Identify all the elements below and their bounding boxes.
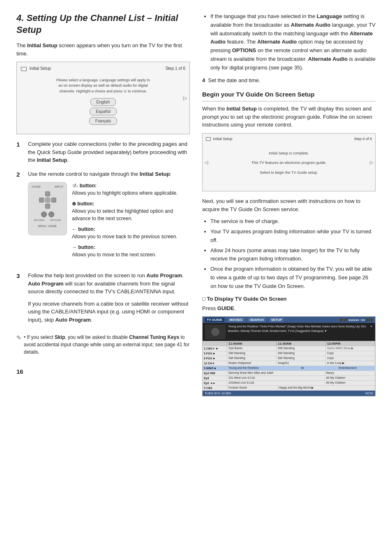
screen2-body: Initial Setup is complete. This TV featu… (206, 143, 372, 188)
screen2-step: Step 6 of 6 (354, 137, 372, 141)
step2-content: Use the remote control to navigate throu… (28, 170, 190, 266)
remote-dpad (39, 191, 56, 209)
note-icon: ✎ (16, 334, 21, 360)
guide-info-bar: Young and the Restless "Victor Fries Mic… (203, 323, 375, 341)
guide-time-slots: 11:00AM 11:30AM 12:00PM (227, 341, 375, 346)
lang-btn-english[interactable]: English (90, 98, 116, 106)
guide-row-3: 6 FOX ■ Still Standing Still Standing Co… (203, 356, 375, 361)
screen2-line3: Select to begin the TV Guide setup. (210, 170, 368, 176)
right-button-desc: → button: Allows you to move to the next… (72, 244, 190, 258)
options-button[interactable] (48, 212, 54, 217)
guide-tab-tv[interactable]: TV GUIDE (205, 318, 224, 322)
steps-list: 1 Complete your cable connections (refer… (16, 140, 190, 328)
menu-home-labels: MENU HOME (38, 224, 57, 229)
guide-row-1: 2 CBS▼ ■ Tyle Banks Still Standing Same … (203, 346, 375, 351)
guide-bottom-bar: TUES 8/7c ⊙CBS NCIS (203, 391, 375, 396)
screen2-title-bar: Initial Setup Step 6 of 6 (206, 137, 372, 141)
screen1-title: Initial Setup (21, 66, 51, 71)
step2-number: 2 (16, 170, 24, 266)
up-down-button-text: Allows you to highlight options where ap… (72, 190, 178, 196)
bullet-24hrs: Allow 24 hours (some areas may take long… (210, 246, 376, 264)
guide-row-9: 5 CBS Fortune Street Happy and the Big W… (203, 386, 375, 391)
tv-icon2 (206, 137, 211, 141)
dpad-left[interactable] (39, 198, 44, 203)
step3-number: 3 (16, 272, 24, 328)
screen2-title: Initial Setup (206, 137, 233, 141)
up-down-button-desc: ↑/↓ button: Allows you to highlight opti… (72, 182, 190, 197)
remote-section: GUIDE INPUT (28, 182, 190, 262)
service-bullets: The service is free of charge. Your TV a… (202, 217, 376, 290)
step4: 4 Set the date and time. (202, 76, 376, 85)
guide-row-5: 5 WB/5 ■ Young and the Restless bb Enter… (203, 366, 375, 371)
language-bullet-list: If the language that you have selected i… (202, 12, 376, 72)
left-button-label: ← button: (72, 226, 95, 232)
language-bullet: If the language that you have selected i… (210, 12, 376, 72)
time-slot-3: 12:00PM (326, 341, 375, 346)
initial-setup-screen2: Initial Setup Step 6 of 6 Initial Setup … (202, 133, 376, 192)
screen1-body-text: Please select a language. Language setti… (23, 78, 183, 94)
thumb-svg (205, 325, 226, 339)
svg-point-1 (211, 328, 219, 336)
bullet-free: The service is free of charge. (210, 217, 376, 226)
step1-number: 1 (16, 140, 24, 164)
circle-button-text: Allows you to select the highlighted opt… (72, 208, 173, 221)
screen1-title-bar: Initial Setup Step 1 of 6 (21, 66, 185, 71)
guide-header-row: 11:00AM 11:30AM 12:00PM (203, 341, 375, 346)
nav-arrow-right-icon: ▷ (183, 95, 187, 101)
guide-row-7: Ep3 101 West Live 9:11A All My Children (203, 376, 375, 381)
guide-row-4: 12 CH▼ Rodeo Hollywood Soap/DJ In the Lo… (203, 361, 375, 366)
input-label: INPUT (55, 185, 63, 189)
lang-btn-francais[interactable]: Français (89, 117, 117, 125)
language-list: English Español Français (23, 97, 183, 126)
left-button-text: Allows you to move back to the previous … (72, 234, 178, 239)
guide-tab-movies[interactable]: MOVIES (228, 318, 244, 322)
press-guide: Press GUIDE. (202, 304, 376, 313)
guide-ch-header (203, 341, 227, 346)
initial-setup-bold: Initial Setup (27, 42, 58, 48)
screen1-step: Step 1 of 6 (166, 66, 185, 71)
dpad-right[interactable] (51, 198, 56, 203)
guide-tab-search[interactable]: SEARCH (248, 318, 266, 322)
step1-text: Complete your cable connections (refer t… (28, 140, 190, 164)
guide-row-6: Ep3 5N8 Morning Show Men Mike and Juliet… (203, 371, 375, 376)
step3-content: Follow the help text provided on the scr… (28, 272, 190, 328)
display-guide-heading: □ To Display TV Guide On Screen (202, 296, 376, 302)
lang-btn-espanol[interactable]: Español (90, 108, 117, 115)
guide-info-icons: ▼ (370, 325, 373, 339)
screen1-body: Please select a language. Language setti… (21, 74, 185, 130)
guide-label: GUIDE (32, 185, 41, 189)
dpad-down[interactable] (45, 204, 50, 209)
step-1: 1 Complete your cable connections (refer… (16, 140, 190, 164)
screen2-line2: This TV features an electronic program g… (210, 160, 368, 166)
step-2: 2 Use the remote control to navigate thr… (16, 170, 190, 266)
right-column: If the language that you have selected i… (202, 12, 376, 402)
time-slot-2: 11:30AM (277, 341, 326, 346)
options-label: OPTIONS (50, 219, 61, 222)
step4-number: 4 (202, 77, 205, 83)
right-button-label: → button: (72, 244, 95, 250)
tv-icon (21, 67, 27, 71)
guide-tab-setup[interactable]: SETUP (269, 318, 284, 322)
begin-tv-guide-heading: Begin your TV Guide On Screen Setup (202, 91, 376, 98)
up-down-button-label: ↑/↓ button: (72, 183, 97, 189)
button-descriptions: ↑/↓ button: Allows you to highlight opti… (72, 182, 190, 262)
nav-arrow-left-icon: ◁ (205, 159, 208, 165)
right-button-text: Allows you to move to the next screen. (72, 252, 156, 258)
guide-info-text: Young and the Restless "Victor Fries Mic… (228, 325, 367, 339)
return-label: RETURN (34, 219, 44, 222)
guide-top-right: ⬛ ⬛ ●●●●●● ○●● ⬛⬛ (339, 318, 373, 322)
section-intro: When the Initial Setup is completed, the… (202, 105, 376, 129)
note-box: ✎ • If you select Skip, you will be aske… (16, 334, 190, 360)
circle-button-desc: ⊕ button: Allows you to select the highl… (72, 200, 190, 222)
page-title: 4. Setting Up the Channel List – Initial… (16, 12, 190, 36)
time-slot-1: 11:00AM (227, 341, 277, 346)
guide-bottom-left: TUES 8/7c ⊙CBS (205, 391, 231, 395)
dpad-up[interactable] (45, 191, 50, 196)
return-button[interactable] (41, 212, 47, 217)
dpad-center[interactable] (45, 197, 51, 203)
page-number: 16 (16, 368, 190, 375)
screen2-line1: Initial Setup is complete. (210, 151, 368, 157)
bullet-twodays: Once the program information is obtained… (210, 265, 376, 290)
remote-image: GUIDE INPUT (28, 182, 67, 235)
nav-arrow-right2-icon: ▷ (370, 159, 373, 165)
